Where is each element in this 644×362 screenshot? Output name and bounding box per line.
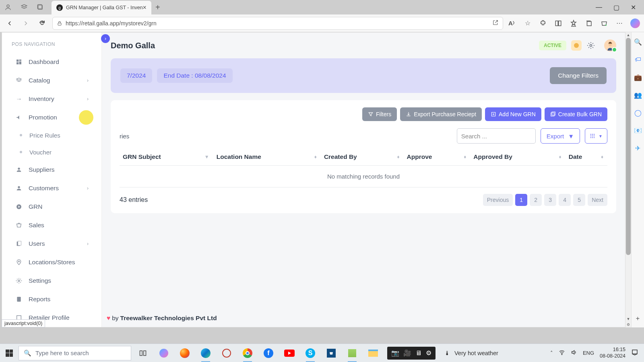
add-panel-icon[interactable]: + [634, 315, 642, 323]
pager-next[interactable]: Next [588, 194, 607, 206]
col-location[interactable]: Location Name♦ [213, 148, 321, 166]
copilot-taskbar-icon[interactable] [158, 347, 170, 359]
sidebar-item-users[interactable]: Users› [7, 234, 97, 253]
sidebar-item-locations[interactable]: Locations/Stores [7, 253, 97, 272]
open-external-icon[interactable] [492, 19, 499, 27]
youtube-icon[interactable] [283, 347, 295, 359]
tray-overflow-icon[interactable]: ˄ [550, 350, 553, 356]
pager-4[interactable]: 4 [559, 194, 571, 206]
weather-widget[interactable]: 🌡 Very hot weather [444, 350, 498, 356]
col-subject[interactable]: GRN Subject▼ [120, 148, 213, 166]
volume-icon[interactable] [571, 349, 577, 357]
scroll-up-icon[interactable]: ▲ [625, 32, 631, 38]
camera-icon[interactable]: 📷 [391, 349, 399, 357]
record-icon[interactable] [221, 347, 233, 359]
avatar[interactable] [604, 39, 616, 51]
screen-icon[interactable]: 🖥 [415, 350, 422, 357]
maximize-icon[interactable]: ▢ [613, 4, 619, 11]
sidebar-item-inventory[interactable]: →Inventory› [7, 90, 97, 108]
shopping-icon[interactable] [600, 19, 609, 28]
gear-icon[interactable] [586, 41, 595, 50]
sidebar-sub-voucher[interactable]: Voucher [2, 144, 101, 160]
firefox-icon[interactable] [179, 347, 191, 359]
facebook-icon[interactable]: f [262, 347, 275, 359]
columns-button[interactable]: ▼ [585, 128, 607, 144]
pager-prev[interactable]: Previous [483, 194, 513, 206]
gear-icon[interactable]: ⚙ [426, 349, 431, 357]
notifications-icon[interactable] [631, 349, 638, 357]
sidebar-item-dashboard[interactable]: Dashboard [7, 53, 97, 71]
collections-icon[interactable] [584, 19, 593, 28]
minimize-icon[interactable]: — [596, 4, 602, 11]
search-icon[interactable]: 🔍 [634, 38, 642, 46]
tab-actions-icon[interactable] [35, 2, 45, 12]
recording-controls[interactable]: 📷 🎥 🖥 ⚙ [387, 347, 436, 360]
taskbar-search[interactable]: 🔍Type here to search [19, 346, 131, 360]
export-button[interactable]: Export▼ [541, 128, 580, 144]
create-bulk-grn-button[interactable]: Create Bulk GRN [545, 107, 607, 121]
pager-3[interactable]: 3 [544, 194, 556, 206]
store-icon[interactable] [325, 347, 337, 359]
sidebar-item-grn[interactable]: GRN [7, 197, 97, 216]
back-button[interactable] [4, 18, 15, 29]
add-new-grn-button[interactable]: Add New GRN [485, 107, 541, 121]
sidebar-sub-price-rules[interactable]: Price Rules [2, 127, 101, 144]
favorite-icon[interactable]: ☆ [523, 19, 532, 28]
office-icon[interactable]: ◯ [634, 109, 642, 117]
scrollbar-thumb[interactable] [626, 38, 631, 255]
wifi-icon[interactable] [559, 349, 565, 357]
close-icon[interactable]: × [143, 4, 147, 11]
briefcase-icon[interactable]: 💼 [634, 73, 642, 81]
favorites-bar-icon[interactable] [569, 19, 578, 28]
edge-icon[interactable] [200, 347, 212, 359]
split-screen-icon[interactable] [554, 19, 563, 28]
chrome-icon[interactable] [242, 347, 254, 359]
copilot-icon[interactable] [630, 19, 640, 28]
pager-2[interactable]: 2 [530, 194, 542, 206]
search-input[interactable]: Search ... [457, 128, 536, 144]
sidebar-item-reports[interactable]: Reports [7, 290, 97, 309]
sidebar-item-catalog[interactable]: Catalog› [7, 71, 97, 90]
video-icon[interactable]: 🎥 [403, 349, 411, 357]
scroll-down-icon[interactable]: ▼ [625, 316, 631, 322]
sidebar-item-sales[interactable]: Sales [7, 216, 97, 234]
workspaces-icon[interactable] [19, 2, 29, 12]
clock[interactable]: 16:15 08-08-2024 [600, 347, 625, 359]
people-icon[interactable]: 👥 [634, 91, 642, 99]
tag-icon[interactable]: 🏷 [634, 56, 642, 64]
settings-cog-icon[interactable]: ⚙ [625, 322, 631, 327]
sidebar-collapse-button[interactable]: › [101, 34, 110, 43]
new-tab-button[interactable]: + [155, 3, 160, 12]
language-indicator[interactable]: ENG [583, 350, 594, 356]
pager-1[interactable]: 1 [515, 194, 527, 206]
col-created[interactable]: Created By♦ [321, 148, 404, 166]
notification-badge[interactable] [571, 40, 582, 51]
change-filters-button[interactable]: Change Filters [550, 67, 607, 84]
col-approve[interactable]: Approve♦ [404, 148, 471, 166]
sidebar-item-suppliers[interactable]: Suppliers [7, 160, 97, 179]
start-button[interactable] [0, 344, 19, 362]
pager-5[interactable]: 5 [573, 194, 585, 206]
outlook-icon[interactable]: 📧 [634, 126, 642, 134]
filters-button[interactable]: Filters [362, 107, 397, 121]
reload-button[interactable] [36, 18, 47, 29]
browser-tab[interactable]: g GRN Manager | Galla GST - Inven × [52, 1, 151, 14]
send-icon[interactable]: ✈ [634, 144, 642, 152]
skype-icon[interactable]: S [304, 347, 316, 359]
extensions-icon[interactable] [539, 19, 547, 28]
task-view-icon[interactable] [137, 347, 149, 359]
more-icon[interactable]: ⋯ [615, 19, 624, 28]
sidebar-item-promotion[interactable]: Promotion [7, 108, 97, 127]
col-approved-by[interactable]: Approved By♦ [470, 148, 565, 166]
close-window-icon[interactable]: ✕ [631, 4, 636, 11]
app-icon-green[interactable] [346, 347, 358, 359]
sidebar-item-settings[interactable]: Settings [7, 272, 97, 290]
vertical-scrollbar[interactable]: ▲ ▼ ⚙ [625, 32, 631, 327]
profile-icon[interactable] [3, 2, 13, 12]
sidebar-item-customers[interactable]: Customers› [7, 179, 97, 197]
col-date[interactable]: Date♦ [566, 148, 607, 166]
explorer-icon[interactable] [367, 347, 379, 359]
export-purchase-receipt-button[interactable]: Export Purchase Reciept [400, 107, 482, 121]
text-size-icon[interactable]: A》 [508, 19, 517, 28]
url-input[interactable]: https://retail.galla.app/mystorev2/grn [52, 17, 503, 30]
